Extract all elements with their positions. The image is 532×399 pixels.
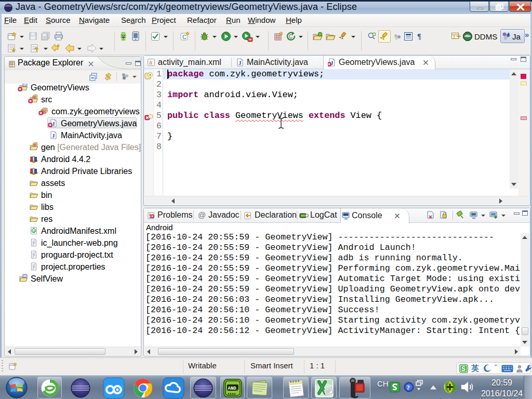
svg-text:C: C [289, 34, 292, 39]
svg-text:C: C [182, 34, 187, 40]
svg-text:?: ? [407, 383, 410, 391]
svg-text:S: S [461, 365, 466, 373]
svg-text:AND_: AND_ [228, 386, 240, 391]
svg-text:¶: ¶ [417, 33, 421, 41]
svg-text:a: a [149, 60, 152, 66]
svg-text:J: J [507, 32, 510, 37]
